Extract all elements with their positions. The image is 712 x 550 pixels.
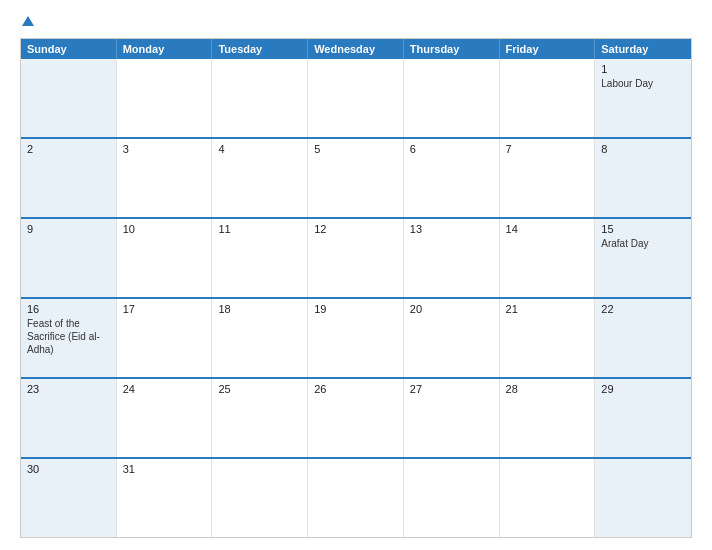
calendar-cell: 14 xyxy=(500,219,596,297)
header xyxy=(20,16,692,28)
calendar-cell: 1Labour Day xyxy=(595,59,691,137)
header-cell-sunday: Sunday xyxy=(21,39,117,59)
calendar-cell: 16Feast of the Sacrifice (Eid al-Adha) xyxy=(21,299,117,377)
day-number: 19 xyxy=(314,303,397,315)
calendar-cell: 28 xyxy=(500,379,596,457)
calendar-cell xyxy=(117,59,213,137)
calendar-header-row: SundayMondayTuesdayWednesdayThursdayFrid… xyxy=(21,39,691,59)
header-cell-friday: Friday xyxy=(500,39,596,59)
logo-text xyxy=(20,16,34,28)
calendar-cell xyxy=(500,59,596,137)
header-cell-monday: Monday xyxy=(117,39,213,59)
calendar-cell xyxy=(404,59,500,137)
calendar-cell: 8 xyxy=(595,139,691,217)
calendar-row: 16Feast of the Sacrifice (Eid al-Adha)17… xyxy=(21,297,691,377)
day-number: 9 xyxy=(27,223,110,235)
day-number: 2 xyxy=(27,143,110,155)
header-cell-wednesday: Wednesday xyxy=(308,39,404,59)
day-number: 7 xyxy=(506,143,589,155)
day-number: 11 xyxy=(218,223,301,235)
calendar-cell: 3 xyxy=(117,139,213,217)
day-number: 28 xyxy=(506,383,589,395)
calendar-cell xyxy=(212,59,308,137)
calendar-cell xyxy=(404,459,500,537)
calendar-cell xyxy=(212,459,308,537)
calendar-cell: 21 xyxy=(500,299,596,377)
calendar-cell: 31 xyxy=(117,459,213,537)
day-number: 27 xyxy=(410,383,493,395)
calendar-row: 1Labour Day xyxy=(21,59,691,137)
day-number: 21 xyxy=(506,303,589,315)
calendar: SundayMondayTuesdayWednesdayThursdayFrid… xyxy=(20,38,692,538)
calendar-cell: 25 xyxy=(212,379,308,457)
calendar-cell: 5 xyxy=(308,139,404,217)
day-number: 14 xyxy=(506,223,589,235)
calendar-cell: 15Arafat Day xyxy=(595,219,691,297)
logo xyxy=(20,16,34,28)
day-number: 13 xyxy=(410,223,493,235)
logo-triangle-icon xyxy=(22,16,34,26)
day-number: 5 xyxy=(314,143,397,155)
calendar-cell: 2 xyxy=(21,139,117,217)
day-number: 12 xyxy=(314,223,397,235)
calendar-cell: 9 xyxy=(21,219,117,297)
calendar-page: SundayMondayTuesdayWednesdayThursdayFrid… xyxy=(0,0,712,550)
calendar-row: 23242526272829 xyxy=(21,377,691,457)
calendar-cell: 12 xyxy=(308,219,404,297)
calendar-cell xyxy=(308,59,404,137)
day-number: 25 xyxy=(218,383,301,395)
day-number: 15 xyxy=(601,223,685,235)
calendar-cell: 20 xyxy=(404,299,500,377)
calendar-cell: 7 xyxy=(500,139,596,217)
calendar-cell: 29 xyxy=(595,379,691,457)
day-number: 17 xyxy=(123,303,206,315)
holiday-label: Feast of the Sacrifice (Eid al-Adha) xyxy=(27,318,100,355)
calendar-cell: 27 xyxy=(404,379,500,457)
calendar-cell: 24 xyxy=(117,379,213,457)
calendar-row: 3031 xyxy=(21,457,691,537)
calendar-cell xyxy=(500,459,596,537)
calendar-cell xyxy=(21,59,117,137)
calendar-cell: 6 xyxy=(404,139,500,217)
day-number: 30 xyxy=(27,463,110,475)
holiday-label: Labour Day xyxy=(601,78,653,89)
calendar-row: 9101112131415Arafat Day xyxy=(21,217,691,297)
calendar-cell: 13 xyxy=(404,219,500,297)
day-number: 4 xyxy=(218,143,301,155)
calendar-cell: 11 xyxy=(212,219,308,297)
day-number: 23 xyxy=(27,383,110,395)
calendar-cell: 22 xyxy=(595,299,691,377)
calendar-cell: 19 xyxy=(308,299,404,377)
calendar-cell: 10 xyxy=(117,219,213,297)
day-number: 3 xyxy=(123,143,206,155)
header-cell-thursday: Thursday xyxy=(404,39,500,59)
calendar-cell xyxy=(595,459,691,537)
day-number: 24 xyxy=(123,383,206,395)
day-number: 10 xyxy=(123,223,206,235)
day-number: 26 xyxy=(314,383,397,395)
day-number: 8 xyxy=(601,143,685,155)
calendar-cell: 4 xyxy=(212,139,308,217)
day-number: 31 xyxy=(123,463,206,475)
calendar-cell: 30 xyxy=(21,459,117,537)
calendar-cell xyxy=(308,459,404,537)
day-number: 22 xyxy=(601,303,685,315)
day-number: 18 xyxy=(218,303,301,315)
day-number: 1 xyxy=(601,63,685,75)
calendar-body: 1Labour Day23456789101112131415Arafat Da… xyxy=(21,59,691,537)
day-number: 20 xyxy=(410,303,493,315)
calendar-cell: 26 xyxy=(308,379,404,457)
calendar-cell: 23 xyxy=(21,379,117,457)
header-cell-saturday: Saturday xyxy=(595,39,691,59)
calendar-cell: 17 xyxy=(117,299,213,377)
calendar-cell: 18 xyxy=(212,299,308,377)
holiday-label: Arafat Day xyxy=(601,238,648,249)
day-number: 16 xyxy=(27,303,110,315)
calendar-row: 2345678 xyxy=(21,137,691,217)
day-number: 6 xyxy=(410,143,493,155)
header-cell-tuesday: Tuesday xyxy=(212,39,308,59)
day-number: 29 xyxy=(601,383,685,395)
